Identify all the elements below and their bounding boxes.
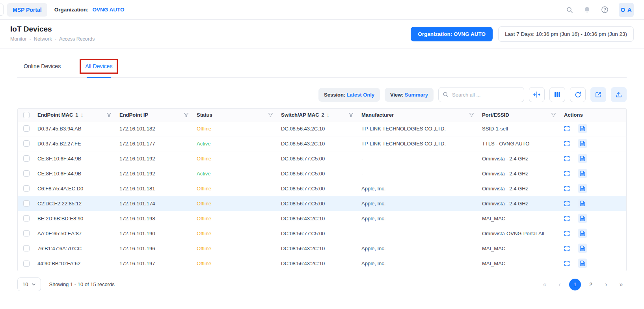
filter-icon[interactable] (268, 112, 273, 117)
cell-actions (560, 241, 626, 256)
expand-row-icon[interactable] (564, 156, 570, 162)
sidebar-edge-handle[interactable] (0, 4, 4, 16)
breadcrumb-item[interactable]: Monitor (10, 36, 27, 42)
cell-actions (560, 256, 626, 271)
row-checkbox[interactable] (23, 185, 30, 192)
details-document-icon[interactable] (578, 139, 587, 148)
table-row[interactable]: 76:B1:47:6A:70:CC 172.16.101.196 Offline… (18, 241, 626, 256)
cell-status: Offline (193, 151, 277, 166)
columns-icon[interactable] (549, 87, 565, 102)
row-checkbox[interactable] (23, 140, 30, 147)
session-selector[interactable]: Session:Latest Only (318, 88, 380, 102)
expand-row-icon[interactable] (564, 261, 570, 266)
filter-icon[interactable] (469, 112, 474, 117)
table-row[interactable]: C6:F8:A5:4A:EC:D0 172.16.101.181 Offline… (18, 181, 626, 196)
row-checkbox[interactable] (23, 170, 30, 177)
breadcrumb-item[interactable]: Access Records (59, 36, 95, 42)
row-checkbox[interactable] (23, 200, 30, 207)
refresh-icon[interactable] (570, 87, 586, 102)
column-header[interactable]: Manufacturer (357, 109, 478, 121)
organization-value-link[interactable]: OVNG AUTO (92, 7, 124, 13)
cell-manufacturer: Apple, Inc. (357, 181, 478, 196)
cell-switch-ap-mac: DC:08:56:43:2C:10 (277, 211, 357, 226)
details-document-icon[interactable] (578, 259, 587, 268)
column-header[interactable]: Actions (560, 109, 626, 121)
table-row[interactable]: D0:37:45:B2:27:FE 172.16.101.177 Active … (18, 136, 626, 151)
cell-switch-ap-mac: DC:08:56:77:C5:00 (277, 151, 357, 166)
pagination-page[interactable]: 1 (569, 279, 581, 290)
cell-port-essid: Omnivista - 2.4 GHz (478, 196, 560, 211)
cell-actions (560, 211, 626, 226)
user-avatar[interactable]: O A (619, 3, 634, 17)
pagination-last-icon[interactable]: » (616, 279, 627, 290)
table-row[interactable]: BE:2D:6B:BD:E8:90 172.16.101.198 Offline… (18, 211, 626, 226)
search-input-icon (443, 91, 449, 97)
pagination-pages: 12 (569, 279, 597, 290)
row-checkbox[interactable] (23, 261, 30, 267)
search-input[interactable] (438, 87, 524, 102)
column-header[interactable]: Status (193, 109, 277, 121)
pagination-page[interactable]: 2 (585, 279, 597, 290)
tab[interactable]: Online Devices (17, 59, 67, 77)
date-range-picker[interactable]: Last 7 Days: 10:36 pm (Jun 16) - 10:36 p… (498, 26, 634, 42)
cell-endpoint-mac: CE:8F:10:6F:44:9B (34, 151, 115, 166)
table-row[interactable]: D0:37:45:B3:94:AB 172.16.101.182 Offline… (18, 121, 626, 136)
details-document-icon[interactable] (578, 244, 587, 253)
expand-row-icon[interactable] (564, 201, 570, 207)
row-checkbox[interactable] (23, 125, 30, 132)
table-row[interactable]: CE:8F:10:6F:44:9B 172.16.101.192 Offline… (18, 151, 626, 166)
column-header[interactable]: Switch/AP MAC 2 ↓ (277, 109, 357, 121)
sort-desc-icon[interactable]: ↓ (327, 112, 329, 117)
expand-row-icon[interactable] (564, 171, 570, 177)
column-label: EndPoint IP (119, 112, 148, 118)
sort-desc-icon[interactable]: ↓ (81, 112, 84, 117)
cell-status: Offline (193, 241, 277, 256)
column-header[interactable]: Port/ESSID (478, 109, 560, 121)
expand-row-icon[interactable] (564, 216, 570, 222)
details-document-icon[interactable] (578, 229, 587, 238)
filter-icon[interactable] (106, 112, 112, 117)
cell-status: Offline (193, 226, 277, 241)
row-checkbox[interactable] (23, 245, 30, 251)
details-document-icon[interactable] (578, 199, 587, 208)
filter-icon[interactable] (348, 112, 354, 117)
filter-icon[interactable] (184, 112, 189, 117)
details-document-icon[interactable] (578, 124, 587, 133)
filter-icon[interactable] (551, 112, 556, 117)
notifications-bell-icon[interactable] (583, 6, 591, 14)
table-row[interactable]: CE:8F:10:6F:44:9B 172.16.101.192 Active … (18, 166, 626, 181)
page-size-select[interactable]: 10 (17, 277, 41, 291)
tab[interactable]: All Devices (79, 59, 119, 77)
column-label: EndPoint MAC (37, 112, 73, 118)
row-checkbox[interactable] (23, 155, 30, 162)
row-checkbox[interactable] (23, 215, 30, 222)
column-resize-icon[interactable] (529, 87, 545, 102)
expand-row-icon[interactable] (564, 126, 570, 132)
expand-row-icon[interactable] (564, 141, 570, 147)
table-row[interactable]: C2:DC:F2:22:85:12 172.16.101.174 Offline… (18, 196, 626, 211)
expand-row-icon[interactable] (564, 186, 570, 192)
upload-icon[interactable] (611, 87, 627, 102)
details-document-icon[interactable] (578, 154, 587, 163)
help-icon[interactable] (601, 6, 609, 13)
breadcrumb-item[interactable]: Network (34, 36, 52, 42)
msp-portal-button[interactable]: MSP Portal (7, 3, 47, 17)
details-document-icon[interactable] (578, 184, 587, 193)
table-row[interactable]: AA:0E:65:50:EA:87 172.16.101.190 Offline… (18, 226, 626, 241)
expand-row-icon[interactable] (564, 246, 570, 251)
table-row[interactable]: 44:90:BB:10:FA:62 172.16.101.197 Offline… (18, 256, 626, 271)
details-document-icon[interactable] (578, 214, 587, 223)
row-checkbox[interactable] (23, 230, 30, 236)
organization-button[interactable]: Organization: OVNG AUTO (411, 27, 493, 41)
column-header[interactable]: EndPoint MAC 1 ↓ (34, 109, 115, 121)
details-document-icon[interactable] (578, 169, 587, 178)
pagination-first-icon[interactable]: « (539, 279, 550, 290)
expand-row-icon[interactable] (564, 231, 570, 236)
pagination-next-icon[interactable]: › (601, 279, 612, 290)
select-all-checkbox[interactable] (23, 112, 30, 118)
column-header[interactable]: EndPoint IP (115, 109, 193, 121)
search-icon[interactable] (566, 6, 573, 13)
export-icon[interactable] (590, 87, 606, 102)
view-selector[interactable]: View:Summary (385, 88, 434, 102)
pagination-prev-icon[interactable]: ‹ (554, 279, 565, 290)
